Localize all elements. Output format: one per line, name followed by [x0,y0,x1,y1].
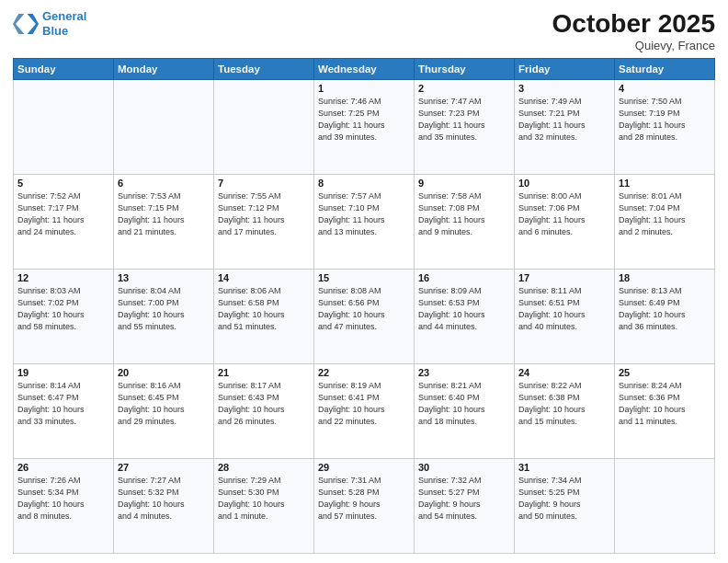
day-number: 21 [218,367,310,378]
day-number: 6 [118,178,210,189]
day-number: 4 [619,83,711,94]
day-number: 18 [619,272,711,283]
calendar-cell: 20Sunrise: 8:16 AM Sunset: 6:45 PM Dayli… [114,364,214,459]
day-number: 9 [418,178,510,189]
logo-blue: Blue [42,24,68,38]
day-info: Sunrise: 7:49 AM Sunset: 7:21 PM Dayligh… [518,96,610,144]
week-row-2: 5Sunrise: 7:52 AM Sunset: 7:17 PM Daylig… [14,175,715,270]
weekday-header-thursday: Thursday [415,59,515,80]
week-row-3: 12Sunrise: 8:03 AM Sunset: 7:02 PM Dayli… [14,270,715,364]
calendar-cell: 24Sunrise: 8:22 AM Sunset: 6:38 PM Dayli… [515,364,615,459]
svg-rect-0 [13,11,39,37]
calendar-cell: 30Sunrise: 7:32 AM Sunset: 5:27 PM Dayli… [415,459,515,554]
day-info: Sunrise: 7:58 AM Sunset: 7:08 PM Dayligh… [418,190,510,238]
calendar-cell: 8Sunrise: 7:57 AM Sunset: 7:10 PM Daylig… [314,175,415,270]
day-number: 26 [17,462,109,473]
calendar-table: SundayMondayTuesdayWednesdayThursdayFrid… [13,58,715,554]
day-number: 8 [318,178,410,189]
week-row-5: 26Sunrise: 7:26 AM Sunset: 5:34 PM Dayli… [14,459,715,554]
day-number: 1 [318,83,410,94]
day-number: 24 [518,367,610,378]
day-number: 7 [218,178,310,189]
calendar-cell: 21Sunrise: 8:17 AM Sunset: 6:43 PM Dayli… [214,364,314,459]
day-info: Sunrise: 8:19 AM Sunset: 6:41 PM Dayligh… [318,380,410,428]
calendar-cell: 31Sunrise: 7:34 AM Sunset: 5:25 PM Dayli… [515,459,615,554]
title-block: October 2025 Quievy, France [552,9,715,52]
day-number: 19 [17,367,109,378]
day-number: 20 [118,367,210,378]
day-info: Sunrise: 7:53 AM Sunset: 7:15 PM Dayligh… [118,190,210,238]
logo: General Blue [13,9,86,38]
calendar-cell: 28Sunrise: 7:29 AM Sunset: 5:30 PM Dayli… [214,459,314,554]
day-info: Sunrise: 8:11 AM Sunset: 6:51 PM Dayligh… [518,285,610,333]
day-info: Sunrise: 8:17 AM Sunset: 6:43 PM Dayligh… [218,380,310,428]
calendar-cell: 3Sunrise: 7:49 AM Sunset: 7:21 PM Daylig… [515,80,615,175]
calendar-cell [14,80,114,175]
day-number: 13 [118,272,210,283]
day-info: Sunrise: 8:06 AM Sunset: 6:58 PM Dayligh… [218,285,310,333]
day-info: Sunrise: 8:08 AM Sunset: 6:56 PM Dayligh… [318,285,410,333]
calendar-cell: 23Sunrise: 8:21 AM Sunset: 6:40 PM Dayli… [415,364,515,459]
calendar-cell: 29Sunrise: 7:31 AM Sunset: 5:28 PM Dayli… [314,459,415,554]
day-number: 10 [518,178,610,189]
calendar-cell: 6Sunrise: 7:53 AM Sunset: 7:15 PM Daylig… [114,175,214,270]
calendar-cell: 9Sunrise: 7:58 AM Sunset: 7:08 PM Daylig… [415,175,515,270]
day-info: Sunrise: 7:29 AM Sunset: 5:30 PM Dayligh… [218,475,310,523]
day-number: 3 [518,83,610,94]
day-info: Sunrise: 7:55 AM Sunset: 7:12 PM Dayligh… [218,190,310,238]
calendar-cell: 5Sunrise: 7:52 AM Sunset: 7:17 PM Daylig… [14,175,114,270]
weekday-header-wednesday: Wednesday [314,59,415,80]
day-number: 30 [418,462,510,473]
day-number: 27 [118,462,210,473]
day-number: 31 [518,462,610,473]
weekday-header-saturday: Saturday [615,59,715,80]
calendar-cell: 25Sunrise: 8:24 AM Sunset: 6:36 PM Dayli… [615,364,715,459]
calendar-cell: 15Sunrise: 8:08 AM Sunset: 6:56 PM Dayli… [314,270,415,364]
day-number: 29 [318,462,410,473]
weekday-row: SundayMondayTuesdayWednesdayThursdayFrid… [14,59,715,80]
calendar-cell: 4Sunrise: 7:50 AM Sunset: 7:19 PM Daylig… [615,80,715,175]
day-number: 11 [619,178,711,189]
calendar-cell: 7Sunrise: 7:55 AM Sunset: 7:12 PM Daylig… [214,175,314,270]
calendar-cell: 16Sunrise: 8:09 AM Sunset: 6:53 PM Dayli… [415,270,515,364]
calendar-cell: 19Sunrise: 8:14 AM Sunset: 6:47 PM Dayli… [14,364,114,459]
day-info: Sunrise: 8:09 AM Sunset: 6:53 PM Dayligh… [418,285,510,333]
day-number: 12 [17,272,109,283]
calendar-cell: 1Sunrise: 7:46 AM Sunset: 7:25 PM Daylig… [314,80,415,175]
day-info: Sunrise: 8:22 AM Sunset: 6:38 PM Dayligh… [518,380,610,428]
calendar-cell: 11Sunrise: 8:01 AM Sunset: 7:04 PM Dayli… [615,175,715,270]
logo-icon [13,11,39,37]
calendar-cell [615,459,715,554]
day-number: 14 [218,272,310,283]
logo-text: General Blue [42,9,86,38]
day-info: Sunrise: 8:14 AM Sunset: 6:47 PM Dayligh… [17,380,109,428]
calendar-cell: 22Sunrise: 8:19 AM Sunset: 6:41 PM Dayli… [314,364,415,459]
weekday-header-monday: Monday [114,59,214,80]
calendar-cell: 27Sunrise: 7:27 AM Sunset: 5:32 PM Dayli… [114,459,214,554]
calendar-cell [114,80,214,175]
week-row-1: 1Sunrise: 7:46 AM Sunset: 7:25 PM Daylig… [14,80,715,175]
weekday-header-friday: Friday [515,59,615,80]
calendar-cell: 13Sunrise: 8:04 AM Sunset: 7:00 PM Dayli… [114,270,214,364]
calendar-cell: 14Sunrise: 8:06 AM Sunset: 6:58 PM Dayli… [214,270,314,364]
calendar-cell: 26Sunrise: 7:26 AM Sunset: 5:34 PM Dayli… [14,459,114,554]
page: General Blue October 2025 Quievy, France… [0,0,728,563]
day-number: 5 [17,178,109,189]
day-info: Sunrise: 8:01 AM Sunset: 7:04 PM Dayligh… [619,190,711,238]
weekday-header-sunday: Sunday [14,59,114,80]
day-info: Sunrise: 8:03 AM Sunset: 7:02 PM Dayligh… [17,285,109,333]
day-info: Sunrise: 7:57 AM Sunset: 7:10 PM Dayligh… [318,190,410,238]
calendar-header: SundayMondayTuesdayWednesdayThursdayFrid… [14,59,715,80]
day-info: Sunrise: 7:31 AM Sunset: 5:28 PM Dayligh… [318,475,410,523]
day-info: Sunrise: 7:32 AM Sunset: 5:27 PM Dayligh… [418,475,510,523]
day-number: 22 [318,367,410,378]
day-info: Sunrise: 8:00 AM Sunset: 7:06 PM Dayligh… [518,190,610,238]
day-info: Sunrise: 8:21 AM Sunset: 6:40 PM Dayligh… [418,380,510,428]
day-info: Sunrise: 8:24 AM Sunset: 6:36 PM Dayligh… [619,380,711,428]
day-number: 2 [418,83,510,94]
week-row-4: 19Sunrise: 8:14 AM Sunset: 6:47 PM Dayli… [14,364,715,459]
logo-general: General [42,9,86,23]
calendar-cell [214,80,314,175]
day-number: 17 [518,272,610,283]
day-info: Sunrise: 8:04 AM Sunset: 7:00 PM Dayligh… [118,285,210,333]
